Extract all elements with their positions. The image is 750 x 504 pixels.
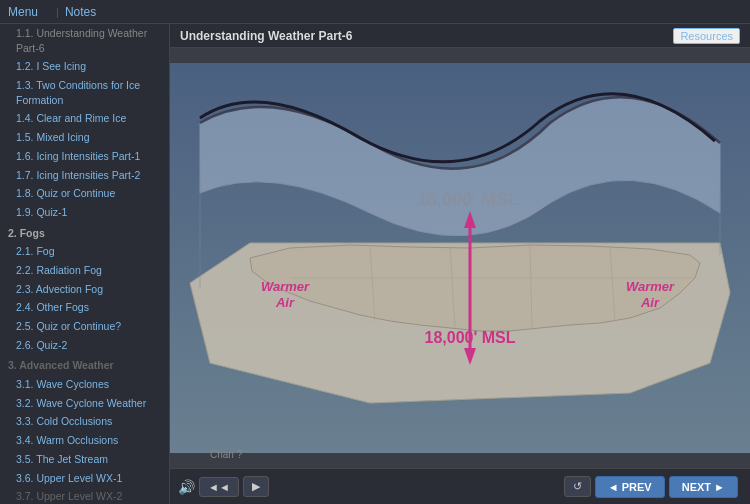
main-layout: 1.1. Understanding Weather Part-61.2. I … xyxy=(0,24,750,504)
sidebar-item-1_9[interactable]: 1.9. Quiz-1 xyxy=(0,203,169,222)
sidebar-item-1_4[interactable]: 1.4. Clear and Rime Ice xyxy=(0,109,169,128)
sidebar-item-3_3[interactable]: 3.3. Cold Occlusions xyxy=(0,412,169,431)
svg-text:Air: Air xyxy=(275,295,295,310)
sidebar-item-2_3[interactable]: 2.3. Advection Fog xyxy=(0,280,169,299)
prev-button[interactable]: ◄ PREV xyxy=(595,476,665,498)
sidebar: 1.1. Understanding Weather Part-61.2. I … xyxy=(0,24,170,504)
sidebar-item-3_4[interactable]: 3.4. Warm Occlusions xyxy=(0,431,169,450)
sidebar-item-1_5[interactable]: 1.5. Mixed Icing xyxy=(0,128,169,147)
sidebar-item-1_3[interactable]: 1.3. Two Conditions for Ice Formation xyxy=(0,76,169,109)
sidebar-item-1_2[interactable]: 1.2. I See Icing xyxy=(0,57,169,76)
sidebar-item-s3[interactable]: 3. Advanced Weather xyxy=(0,354,169,375)
rewind-button[interactable]: ◄◄ xyxy=(199,477,239,497)
svg-text:Air: Air xyxy=(640,295,660,310)
sidebar-item-2_6[interactable]: 2.6. Quiz-2 xyxy=(0,336,169,355)
sidebar-item-s2[interactable]: 2. Fogs xyxy=(0,222,169,243)
sidebar-item-1_6[interactable]: 1.6. Icing Intensities Part-1 xyxy=(0,147,169,166)
resources-button[interactable]: Resources xyxy=(673,28,740,44)
svg-text:Chan ?: Chan ? xyxy=(210,449,243,460)
sidebar-item-1_1[interactable]: 1.1. Understanding Weather Part-6 xyxy=(0,24,169,57)
next-button[interactable]: NEXT ► xyxy=(669,476,738,498)
svg-text:18,000' MSL: 18,000' MSL xyxy=(416,189,520,209)
sidebar-item-2_1[interactable]: 2.1. Fog xyxy=(0,242,169,261)
weather-diagram: 18,000' MSL 18,000' MSL Warmer Air Warme… xyxy=(170,48,750,468)
page-title: Understanding Weather Part-6 xyxy=(180,29,352,43)
sidebar-item-2_4[interactable]: 2.4. Other Fogs xyxy=(0,298,169,317)
bottom-controls: 🔊 ◄◄ ▶ ↺ ◄ PREV NEXT ► xyxy=(170,468,750,504)
sidebar-item-3_1[interactable]: 3.1. Wave Cyclones xyxy=(0,375,169,394)
content-header: Understanding Weather Part-6 Resources xyxy=(170,24,750,48)
visualization-area: 18,000' MSL 18,000' MSL Warmer Air Warme… xyxy=(170,48,750,468)
sidebar-item-2_5[interactable]: 2.5. Quiz or Continue? xyxy=(0,317,169,336)
sidebar-item-3_5[interactable]: 3.5. The Jet Stream xyxy=(0,450,169,469)
sidebar-item-3_2[interactable]: 3.2. Wave Cyclone Weather xyxy=(0,394,169,413)
sidebar-item-2_2[interactable]: 2.2. Radiation Fog xyxy=(0,261,169,280)
sidebar-item-1_7[interactable]: 1.7. Icing Intensities Part-2 xyxy=(0,166,169,185)
top-bar: Menu | Notes xyxy=(0,0,750,24)
play-button[interactable]: ▶ xyxy=(243,476,269,497)
sidebar-item-1_8[interactable]: 1.8. Quiz or Continue xyxy=(0,184,169,203)
refresh-button[interactable]: ↺ xyxy=(564,476,591,497)
svg-text:Warmer: Warmer xyxy=(261,279,310,294)
sidebar-item-3_7[interactable]: 3.7. Upper Level WX-2 xyxy=(0,487,169,504)
volume-icon: 🔊 xyxy=(178,479,195,495)
notes-button[interactable]: Notes xyxy=(65,5,96,19)
menu-button[interactable]: Menu xyxy=(8,5,38,19)
svg-text:Warmer: Warmer xyxy=(626,279,675,294)
content-area: Understanding Weather Part-6 Resources xyxy=(170,24,750,504)
sidebar-item-3_6[interactable]: 3.6. Upper Level WX-1 xyxy=(0,469,169,488)
